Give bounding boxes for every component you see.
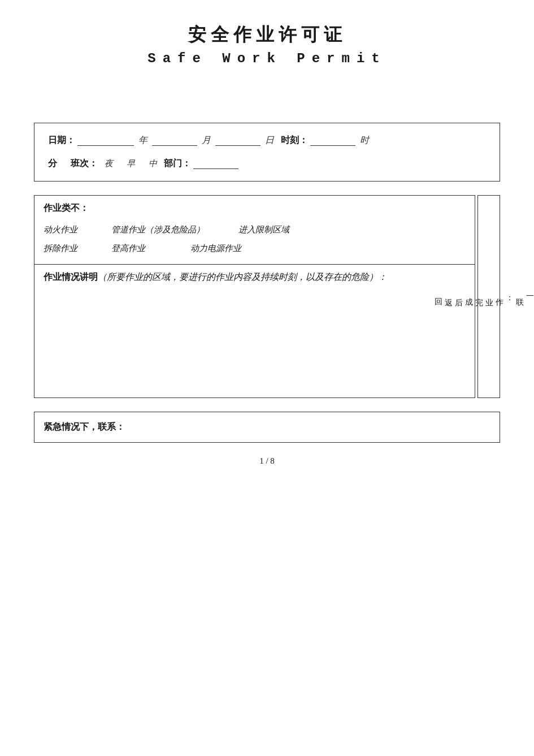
- date-label: 日期：: [48, 135, 75, 146]
- work-type-item-power[interactable]: 动力电源作业: [190, 243, 241, 254]
- emergency-label: 紧急情况下，联系：: [44, 422, 125, 431]
- work-desc-area: [44, 289, 466, 391]
- title-english: Safe Work Permit: [34, 51, 500, 66]
- side-label-text: 第一联：作业完成后返回: [433, 292, 534, 301]
- work-type-wrapper: 作业类不： 动火作业 管道作业（涉及危险品） 进入限制区域 拆除作业 登高作业 …: [34, 195, 475, 398]
- work-type-header: 作业类不：: [34, 196, 475, 219]
- work-type-item-pipeline[interactable]: 管道作业（涉及危险品）: [111, 224, 205, 235]
- dept-field[interactable]: [193, 158, 238, 169]
- page-number: 1 / 8: [34, 456, 500, 466]
- work-type-item-fire[interactable]: 动火作业: [44, 224, 77, 235]
- shift-morning: 早: [127, 158, 135, 169]
- work-description-section: 作业情况讲明（所要作业的区域，要进行的作业内容及持续时刻，以及存在的危险）：: [34, 264, 475, 398]
- work-type-row-2: 拆除作业 登高作业 动力电源作业: [44, 243, 466, 254]
- work-type-item-restricted[interactable]: 进入限制区域: [238, 224, 289, 235]
- dept-label: 部门：: [164, 158, 191, 170]
- work-desc-header: 作业情况讲明（所要作业的区域，要进行的作业内容及持续时刻，以及存在的危险）：: [44, 271, 466, 283]
- day-field[interactable]: [215, 135, 261, 146]
- work-type-row-1: 动火作业 管道作业（涉及危险品） 进入限制区域: [44, 224, 466, 235]
- shift-noon: 中: [149, 158, 157, 169]
- work-type-items: 动火作业 管道作业（涉及危险品） 进入限制区域 拆除作业 登高作业 动力电源作业: [34, 219, 475, 264]
- year-field[interactable]: [77, 135, 134, 146]
- time-label: 时刻：: [281, 135, 308, 146]
- work-type-box: 作业类不： 动火作业 管道作业（涉及危险品） 进入限制区域 拆除作业 登高作业 …: [34, 195, 475, 398]
- month-unit: 月: [202, 135, 211, 146]
- date-box: 日期： 年 月 日 时刻： 时 分 班次： 夜 早 中: [34, 123, 500, 182]
- date-row-1: 日期： 年 月 日 时刻： 时: [48, 135, 486, 146]
- shift-night: 夜: [105, 158, 113, 169]
- work-type-item-demolish[interactable]: 拆除作业: [44, 243, 77, 254]
- shift-label: 班次：: [71, 158, 98, 170]
- date-row-2: 分 班次： 夜 早 中 部门：: [48, 158, 486, 170]
- header-section: 安全作业许可证 Safe Work Permit: [34, 23, 500, 66]
- time-field[interactable]: [310, 135, 355, 146]
- page-container: 安全作业许可证 Safe Work Permit 日期： 年 月 日 时刻： 时…: [0, 0, 534, 756]
- month-field[interactable]: [152, 135, 197, 146]
- emergency-box: 紧急情况下，联系：: [34, 412, 500, 443]
- day-unit: 日: [265, 135, 274, 146]
- minute-label: 分: [48, 158, 57, 170]
- title-chinese: 安全作业许可证: [34, 23, 500, 47]
- side-label: 第一联：作业完成后返回: [477, 195, 500, 398]
- work-type-item-climbing[interactable]: 登高作业: [111, 243, 145, 254]
- time-unit: 时: [360, 135, 369, 146]
- year-unit: 年: [138, 135, 147, 146]
